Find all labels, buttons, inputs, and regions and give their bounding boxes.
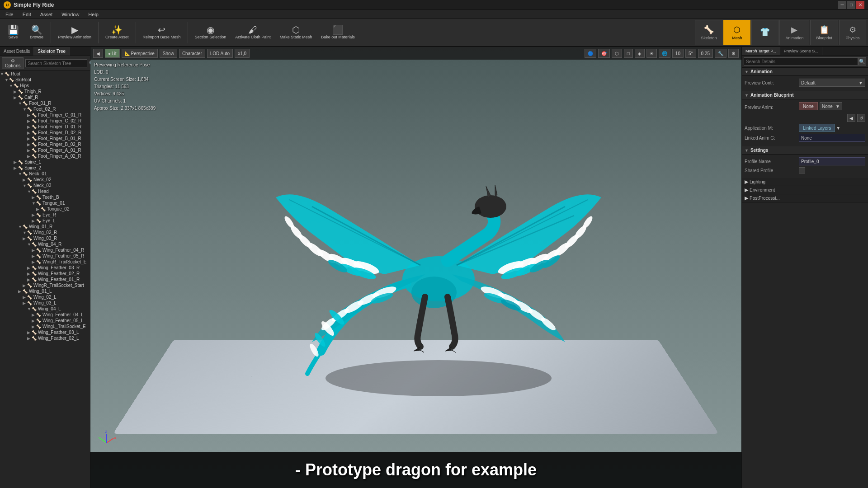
viewport-overlay-5[interactable]: ◈	[635, 49, 645, 58]
tree-item-32[interactable]: ▶🦴Wing_Feather_05_R	[0, 253, 90, 259]
snap-scale[interactable]: 0.25	[698, 49, 713, 58]
restore-button[interactable]: □	[847, 1, 855, 9]
snap-angle[interactable]: 5°	[685, 49, 696, 58]
profile-name-input[interactable]	[799, 157, 865, 165]
character-button[interactable]: Character	[179, 49, 205, 58]
tree-item-35[interactable]: ▶🦴Wing_Feather_02_R	[0, 271, 90, 277]
skeleton-tree[interactable]: ▼🦴Root▼🦴SkiRoot▼🦴Hips▶🦴Thigh_R▶🦴Calf_R▼🦴…	[0, 71, 90, 488]
viewport-overlay-7[interactable]: 🌐	[659, 49, 670, 58]
tree-item-38[interactable]: ▶🦴Wing_01_L	[0, 288, 90, 294]
tree-item-17[interactable]: ▶🦴Spine_2	[0, 165, 90, 171]
search-details-input[interactable]	[744, 57, 858, 66]
skeleton-search[interactable]	[25, 59, 87, 67]
tree-item-44[interactable]: ▶🦴WingL_TrailSocket_E	[0, 324, 90, 329]
tree-item-22[interactable]: ▶🦴Teeth_B	[0, 194, 90, 200]
viewport[interactable]: ◀ ● Lit 📐 Perspective Show Character LOD…	[90, 47, 741, 488]
preview-anim-none-btn[interactable]: None	[799, 102, 818, 110]
tab-mesh[interactable]: ⬡ Mesh	[723, 20, 750, 45]
linked-layers-button[interactable]: Linked Layers	[799, 124, 835, 132]
activate-cloth-paint-button[interactable]: 🖌 Activate Cloth Paint	[231, 20, 275, 45]
tree-item-13[interactable]: ▶🦴Foot_Finger_B_02_R	[0, 141, 90, 147]
tree-item-42[interactable]: ▶🦴Wing_Feather_04_L	[0, 312, 90, 318]
tab-animation[interactable]: ▶ Animation	[779, 20, 809, 45]
scale-button[interactable]: x1,0	[235, 49, 250, 58]
tree-item-11[interactable]: ▶🦴Foot_Finger_D_02_R	[0, 130, 90, 136]
tree-item-23[interactable]: ▼🦴Tongue_01	[0, 200, 90, 206]
refresh-back-button[interactable]: ◀	[847, 114, 855, 122]
tree-item-39[interactable]: ▶🦴Wing_02_L	[0, 294, 90, 300]
tree-item-4[interactable]: ▶🦴Thigh_R	[0, 89, 90, 94]
tree-item-7[interactable]: ▼🦴Foot_02_R	[0, 106, 90, 112]
tree-item-29[interactable]: ▶🦴Wing_03_R	[0, 235, 90, 241]
tree-item-40[interactable]: ▶🦴Wing_03_L	[0, 300, 90, 306]
settings-section-header[interactable]: ▼ Settings	[742, 146, 868, 155]
tree-item-31[interactable]: ▶🦴Wing_Feather_04_R	[0, 247, 90, 253]
bake-out-materials-button[interactable]: ⬛ Bake out Materials	[317, 20, 359, 45]
tree-item-33[interactable]: ▶🦴WingR_TrailSocket_E	[0, 259, 90, 265]
make-static-mesh-button[interactable]: ⬡ Make Static Mesh	[276, 20, 316, 45]
search-details-icon[interactable]: 🔍	[858, 57, 866, 66]
tree-item-25[interactable]: ▶🦴Eye_R	[0, 212, 90, 218]
tree-item-2[interactable]: ▼🦴SkiRoot	[0, 77, 90, 83]
tree-item-34[interactable]: ▶🦴Wing_Feather_03_R	[0, 265, 90, 271]
animation-section-header[interactable]: ▼ Animation	[742, 68, 868, 76]
lod-auto-button[interactable]: LOD Auto	[207, 49, 233, 58]
tree-item-45[interactable]: ▶🦴Wing_Feather_03_L	[0, 329, 90, 335]
postprocess-subsection[interactable]: ▶ PostProcessi...	[742, 194, 868, 202]
minimize-button[interactable]: ─	[838, 1, 846, 9]
tab-blueprint[interactable]: 📋 Blueprint	[810, 20, 838, 45]
tree-item-46[interactable]: ▶🦴Wing_Feather_02_L	[0, 335, 90, 341]
tree-item-12[interactable]: ▶🦴Foot_Finger_B_01_R	[0, 136, 90, 141]
viewport-extra-2[interactable]: ⚙	[728, 49, 739, 58]
tree-item-28[interactable]: ▼🦴Wing_02_R	[0, 230, 90, 235]
environment-subsection[interactable]: ▶ Environment	[742, 186, 868, 194]
reimport-base-mesh-button[interactable]: ↩ Reimport Base Mesh	[139, 20, 185, 45]
anim-blueprint-section-header[interactable]: ▼ Animation Blueprint	[742, 91, 868, 99]
preview-animation-button[interactable]: ▶ Preview Animation	[54, 20, 95, 45]
tree-item-26[interactable]: ▶🦴Eye_L	[0, 218, 90, 224]
tab-physics[interactable]: ⚙ Physics	[839, 20, 866, 45]
viewport-overlay-1[interactable]: 🔵	[585, 49, 596, 58]
preview-controller-select[interactable]: Default ▼	[799, 79, 865, 87]
tree-item-3[interactable]: ▼🦴Hips	[0, 83, 90, 89]
tree-item-8[interactable]: ▶🦴Foot_Finger_C_01_R	[0, 112, 90, 118]
shared-profile-checkbox[interactable]	[799, 167, 805, 174]
menu-edit[interactable]: Edit	[21, 11, 33, 18]
viewport-overlay-3[interactable]: ⬡	[612, 49, 622, 58]
close-button[interactable]: ✕	[856, 1, 864, 9]
tab-preview-scene[interactable]: Preview Scene S...	[780, 47, 822, 55]
tree-item-24[interactable]: ▶🦴Tongue_02	[0, 206, 90, 212]
menu-window[interactable]: Window	[60, 11, 81, 18]
menu-asset[interactable]: Asset	[38, 11, 55, 18]
tree-item-16[interactable]: ▶🦴Spine_1	[0, 159, 90, 165]
tree-item-9[interactable]: ▶🦴Foot_Finger_C_02_R	[0, 118, 90, 124]
tree-item-19[interactable]: ▶🦴Neck_02	[0, 177, 90, 183]
browse-button[interactable]: 🔍 Browse	[25, 20, 48, 45]
viewport-type-button[interactable]: ◀	[93, 49, 103, 58]
tree-item-20[interactable]: ▼🦴Neck_03	[0, 183, 90, 188]
lighting-subsection[interactable]: ▶ Lighting	[742, 178, 868, 186]
tree-item-37[interactable]: ▶🦴WingR_TrailSocket_Start	[0, 282, 90, 288]
tab-skeleton[interactable]: 🦴 Skeleton	[695, 20, 722, 45]
tree-item-1[interactable]: ▼🦴Root	[0, 71, 90, 77]
tab-clothing[interactable]: 👕	[751, 20, 778, 45]
tab-asset-details[interactable]: Asset Details	[0, 47, 34, 56]
menu-file[interactable]: File	[4, 11, 15, 18]
viewport-overlay-4[interactable]: □	[624, 49, 633, 58]
tree-item-27[interactable]: ▼🦴Wing_01_R	[0, 224, 90, 230]
tree-item-14[interactable]: ▶🦴Foot_Finger_A_01_R	[0, 147, 90, 153]
tree-item-36[interactable]: ▶🦴Wing_Feather_01_R	[0, 277, 90, 282]
refresh-forward-button[interactable]: ↺	[857, 114, 865, 122]
tree-item-5[interactable]: ▶🦴Calf_R	[0, 94, 90, 100]
options-button[interactable]: ⚙ Options	[2, 57, 24, 69]
show-button[interactable]: Show	[160, 49, 177, 58]
snap-count[interactable]: 10	[672, 49, 684, 58]
viewport-overlay-2[interactable]: 🎯	[598, 49, 610, 58]
tree-item-21[interactable]: ▼🦴Head	[0, 188, 90, 194]
tab-morph-target[interactable]: Morph Target P...	[742, 47, 780, 55]
tree-item-41[interactable]: ▼🦴Wing_04_L	[0, 306, 90, 312]
tab-skeleton-tree[interactable]: Skeleton Tree	[34, 47, 70, 56]
lit-mode-button[interactable]: ● Lit	[105, 49, 120, 58]
viewport-overlay-6[interactable]: ☀	[646, 49, 657, 58]
tree-item-10[interactable]: ▶🦴Foot_Finger_D_01_R	[0, 124, 90, 130]
